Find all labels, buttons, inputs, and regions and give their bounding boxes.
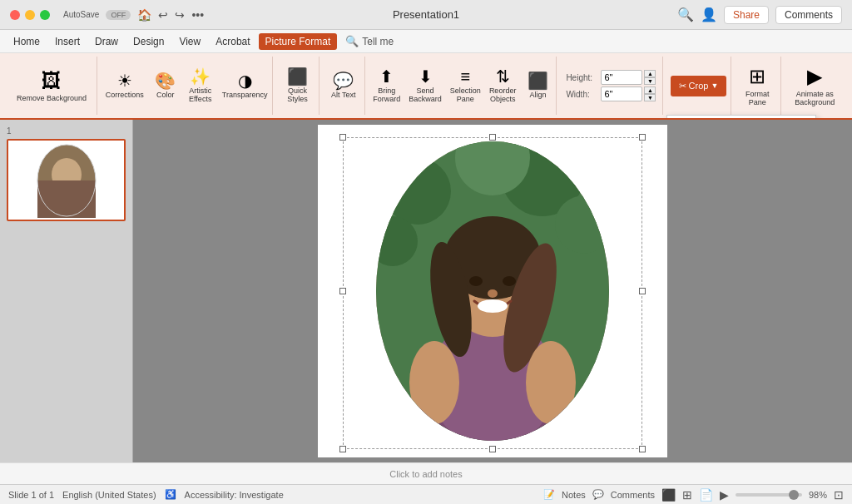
format-pane-label: FormatPane (746, 90, 770, 106)
width-input[interactable] (601, 86, 642, 101)
main-area: 1 (0, 120, 852, 462)
handle-middle-right[interactable] (639, 288, 646, 294)
crop-dropdown-arrow[interactable]: ▼ (711, 82, 718, 90)
account-icon[interactable]: 👤 (701, 7, 717, 22)
svg-point-20 (478, 299, 508, 313)
maximize-button[interactable] (40, 10, 50, 20)
close-button[interactable] (10, 10, 20, 20)
menu-home[interactable]: Home (7, 33, 47, 50)
zoom-level[interactable]: 98% (809, 490, 827, 500)
menu-insert[interactable]: Insert (48, 33, 87, 50)
width-spin-down[interactable]: ▼ (644, 94, 656, 101)
transparency-button[interactable]: ◑ Transparency (219, 71, 271, 101)
more-tools-icon[interactable]: ••• (191, 8, 204, 22)
slide-canvas (318, 125, 667, 457)
zoom-thumb (789, 490, 799, 500)
height-row: Height: ▲ ▼ (566, 70, 656, 85)
undo-icon[interactable]: ↩ (158, 8, 168, 22)
color-button[interactable]: 🎨 Color (149, 71, 182, 101)
quick-styles-button[interactable]: ⬛ QuickStyles (280, 67, 314, 105)
handle-middle-left[interactable] (339, 288, 346, 294)
canvas-image-svg (376, 141, 609, 441)
redo-icon[interactable]: ↪ (175, 8, 185, 22)
handle-bottom-left[interactable] (339, 446, 346, 452)
view-normal-icon[interactable]: ⬛ (661, 488, 676, 502)
canvas-image-oval (376, 141, 609, 441)
width-row: Width: ▲ ▼ (566, 86, 656, 101)
traffic-lights (10, 10, 50, 20)
alt-text-button[interactable]: 💬 Alt Text (327, 71, 360, 101)
slide-number: 1 (7, 126, 126, 136)
crop-label: Crop (689, 81, 709, 91)
menu-picture-format[interactable]: Picture Format (259, 33, 338, 50)
menu-draw[interactable]: Draw (88, 33, 125, 50)
svg-point-19 (503, 276, 516, 286)
handle-bottom-center[interactable] (489, 446, 496, 452)
autosave-label: AutoSave (63, 10, 99, 19)
notes-bar[interactable]: Click to add notes (0, 462, 852, 484)
menu-design[interactable]: Design (126, 33, 171, 50)
language-info: English (United States) (62, 490, 156, 500)
ribbon-group-styles: ⬛ QuickStyles (276, 57, 319, 115)
notes-icon[interactable]: 📝 (543, 489, 555, 500)
share-button[interactable]: Share (724, 6, 769, 24)
animate-background-icon: ▶ (807, 65, 822, 88)
slide-thumbnail[interactable] (7, 139, 126, 221)
status-bar: Slide 1 of 1 English (United States) ♿ A… (0, 484, 852, 504)
height-spin-up[interactable]: ▲ (644, 70, 656, 77)
width-label: Width: (566, 90, 599, 99)
canvas-area (133, 120, 852, 462)
tell-me-input[interactable]: Tell me (362, 36, 394, 47)
handle-top-left[interactable] (339, 134, 346, 141)
format-pane-button[interactable]: ⊞ FormatPane (739, 61, 776, 111)
corrections-button[interactable]: ☀ Corrections (102, 71, 147, 101)
view-slide-sorter-icon[interactable]: ⊞ (682, 488, 692, 502)
send-backward-button[interactable]: ⬇ SendBackward (405, 67, 445, 105)
autosave-toggle[interactable]: OFF (106, 10, 131, 20)
height-label: Height: (566, 73, 599, 82)
width-spinner: ▲ ▼ (644, 86, 656, 101)
remove-background-icon: 🖼 (42, 69, 62, 92)
handle-bottom-right[interactable] (639, 446, 646, 452)
remove-background-button[interactable]: 🖼 Remove Background (10, 61, 93, 111)
handle-top-right[interactable] (639, 134, 646, 141)
accessibility-info[interactable]: Accessibility: Investigate (185, 490, 284, 500)
status-right: 📝 Notes 💬 Comments ⬛ ⊞ 📄 ▶ 98% ⊡ (543, 488, 844, 502)
height-input[interactable] (601, 70, 642, 85)
ribbon: 🖼 Remove Background ☀ Corrections 🎨 Colo… (0, 53, 852, 120)
remove-background-label: Remove Background (17, 94, 87, 102)
search-icon[interactable]: 🔍 (677, 7, 694, 22)
ribbon-group-pane: ⊞ FormatPane (735, 57, 781, 115)
bring-forward-button[interactable]: ⬆ BringForward (369, 67, 404, 105)
handle-top-center[interactable] (489, 134, 496, 141)
align-button[interactable]: ⬛ Align (521, 71, 554, 101)
selection-pane-button[interactable]: ≡ SelectionPane (447, 67, 484, 105)
slide-thumb-inner (8, 141, 125, 220)
menu-acrobat[interactable]: Acrobat (209, 33, 256, 50)
ribbon-group-size: Height: ▲ ▼ Width: ▲ ▼ (560, 57, 663, 115)
ribbon-group-animate: ▶ Animate asBackground (785, 57, 845, 115)
comments-icon[interactable]: 💬 (592, 489, 604, 500)
window-title: Presentation1 (393, 8, 459, 21)
artistic-effects-button[interactable]: ✨ ArtisticEffects (184, 67, 217, 105)
crop-button[interactable]: ✂ Crop ▼ (671, 76, 727, 96)
reorder-objects-button[interactable]: ⇅ ReorderObjects (486, 67, 520, 105)
menu-view[interactable]: View (172, 33, 207, 50)
animate-background-button[interactable]: ▶ Animate asBackground (788, 61, 841, 111)
svg-rect-3 (37, 180, 96, 218)
notes-placeholder: Click to add notes (389, 469, 462, 479)
svg-point-18 (469, 276, 483, 286)
height-spin-down[interactable]: ▼ (644, 77, 656, 85)
animate-background-label: Animate asBackground (795, 90, 835, 106)
zoom-slider[interactable] (736, 493, 802, 497)
fit-slide-icon[interactable]: ⊡ (834, 488, 844, 502)
slide-panel: 1 (0, 120, 133, 462)
view-presentation-icon[interactable]: ▶ (720, 488, 729, 502)
home-icon[interactable]: 🏠 (137, 8, 151, 22)
view-reading-icon[interactable]: 📄 (699, 488, 713, 502)
notes-label[interactable]: Notes (562, 490, 586, 500)
minimize-button[interactable] (25, 10, 35, 20)
width-spin-up[interactable]: ▲ (644, 86, 656, 94)
comments-button[interactable]: Comments (775, 6, 842, 24)
comments-label[interactable]: Comments (611, 490, 655, 500)
